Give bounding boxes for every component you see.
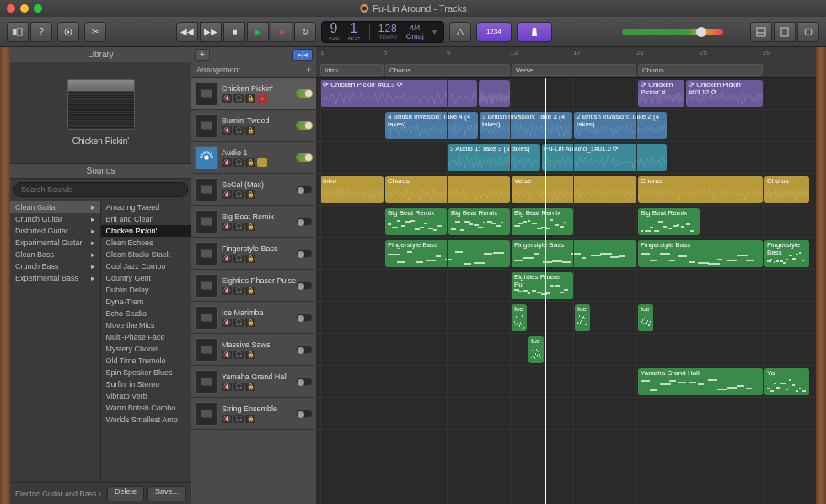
minimize-window[interactable] (20, 4, 29, 13)
mute-button[interactable]: 🔇 (222, 255, 232, 263)
region[interactable]: Fingerstyle Bass (638, 240, 763, 267)
track-enable-toggle[interactable] (296, 217, 313, 226)
mute-button[interactable]: 🔇 (222, 190, 232, 199)
loops-toggle[interactable] (797, 22, 819, 42)
rewind-button[interactable]: ◀◀ (176, 22, 198, 42)
patch-item[interactable]: Worlds Smallest Amp (101, 414, 192, 426)
region[interactable]: 3 British Invasion: Take 3 (4 takes) (480, 112, 572, 139)
mute-button[interactable]: 🔇 (222, 383, 232, 391)
add-arrangement-marker[interactable]: + (307, 66, 311, 74)
patch-item[interactable]: Cool Jazz Combo (101, 260, 192, 272)
solo-button[interactable]: 🎧 (233, 255, 244, 263)
track-lane[interactable]: ⟳ Chicken Pickin' #03.3 ⟳⟳ Chicken Picki… (316, 78, 816, 110)
track-lane[interactable]: Big Beat RemixBig Beat RemixBig Beat Rem… (316, 206, 816, 238)
track-header[interactable]: Big Beat Remix 🔇 🎧 🔒 (191, 206, 316, 238)
lock-button[interactable]: 🔒 (245, 351, 255, 359)
track-header[interactable]: Burnin' Tweed 🔇 🎧 🔒 (191, 110, 316, 142)
region[interactable]: Eighties Phaser Pul (512, 272, 573, 299)
patch-item[interactable]: Mystery Chorus (101, 343, 192, 355)
region[interactable]: Fingerstyle Bass (385, 240, 510, 267)
track-lane[interactable]: IceIceIce (316, 302, 816, 334)
track-enable-toggle[interactable] (296, 281, 313, 290)
patch-item[interactable]: Chicken Pickin' (101, 225, 192, 237)
track-lane[interactable]: 4 British Invasion: Take 4 (4 takes)3 Br… (316, 110, 816, 142)
close-window[interactable] (7, 4, 15, 13)
region[interactable]: 2 British Invasion: Take 2 (4 takes) (574, 112, 667, 139)
delete-button[interactable]: Delete (107, 486, 144, 501)
arm-button[interactable]: ● (257, 94, 267, 103)
solo-button[interactable]: 🎧 (233, 158, 244, 167)
region[interactable]: ⟳ Chicken Pickin' # (638, 80, 684, 107)
quick-help[interactable]: ? (30, 22, 52, 42)
track-enable-toggle[interactable] (296, 153, 313, 162)
region[interactable]: Ice (528, 336, 544, 363)
region[interactable]: Fu-Lin Around_1#01.2 ⟳ (542, 144, 667, 171)
category-item[interactable]: Experimental Bass▸ (10, 272, 100, 284)
solo-button[interactable]: 🎧 (233, 126, 244, 135)
mute-button[interactable]: 🔇 (222, 351, 232, 359)
region[interactable]: Ice (575, 304, 590, 331)
track-header[interactable]: Eighties Phaser Pulse 🔇 🎧 🔒 (191, 270, 316, 302)
scissors-button[interactable]: ✂ (84, 22, 106, 42)
solo-button[interactable]: 🎧 (233, 415, 244, 423)
lcd-display[interactable]: 9BAR 1BEAT 128TEMPO 4/4Cmaj ▾ (321, 21, 444, 43)
mute-button[interactable]: 🔇 (222, 126, 232, 135)
patch-item[interactable]: Warm British Combo (101, 402, 192, 414)
arrangement-row[interactable]: IntroChorusVerseChorus (316, 62, 816, 78)
solo-button[interactable]: 🎧 (233, 223, 244, 231)
mute-button[interactable]: 🔇 (222, 319, 232, 327)
lock-button[interactable]: 🔒 (245, 223, 255, 231)
patch-list[interactable]: Amazing TweedBrit and CleanChicken Picki… (101, 201, 192, 482)
breadcrumb[interactable]: Electric Guitar and Bass › (15, 490, 104, 498)
region[interactable]: ⟳ Chicken Pickin' #03.3 ⟳ (320, 80, 477, 107)
solo-button[interactable]: 🎧 (233, 383, 244, 391)
patch-item[interactable]: Old Time Tremolo (101, 355, 192, 367)
input-monitor[interactable]: ● (257, 158, 267, 167)
track-header[interactable]: String Ensemble 🔇 🎧 🔒 (191, 398, 316, 430)
solo-button[interactable]: 🎧 (233, 351, 244, 359)
track-lane[interactable]: 3 Audio 1: Take 3 (3 takes)Fu-Lin Around… (316, 142, 816, 174)
count-in-button[interactable]: 1234 (476, 22, 512, 42)
lock-button[interactable]: 🔒 (245, 255, 255, 263)
master-volume[interactable] (622, 29, 723, 35)
category-item[interactable]: Crunch Guitar▸ (10, 213, 100, 225)
region[interactable]: Fingerstyle Bass (764, 240, 809, 267)
region[interactable]: Big Beat Remix (385, 208, 447, 235)
patch-item[interactable]: Brit and Clean (101, 213, 192, 225)
track-enable-toggle[interactable] (296, 410, 313, 418)
track-enable-toggle[interactable] (296, 314, 313, 322)
region[interactable]: Ice (512, 304, 527, 331)
solo-button[interactable]: 🎧 (233, 190, 244, 199)
patch-item[interactable]: Amazing Tweed (101, 201, 192, 213)
patch-item[interactable]: Country Gent (101, 272, 192, 284)
category-list[interactable]: Clean Guitar▸Crunch Guitar▸Distorted Gui… (10, 201, 101, 482)
search-input[interactable] (13, 182, 188, 197)
lock-button[interactable]: 🔒 (245, 126, 255, 135)
forward-button[interactable]: ▶▶ (200, 22, 222, 42)
region[interactable]: Big Beat Remix (512, 208, 573, 235)
patch-item[interactable]: Clean Echoes (101, 237, 192, 249)
track-lane[interactable]: Yamaha Grand HallYa (316, 366, 816, 398)
track-enable-toggle[interactable] (296, 249, 313, 258)
add-track-button[interactable]: + (195, 49, 210, 61)
lock-button[interactable]: 🔒 (245, 415, 255, 423)
patch-item[interactable]: Dyna-Trem (101, 296, 192, 308)
category-item[interactable]: Clean Guitar▸ (10, 201, 100, 213)
region[interactable]: Intro (320, 176, 384, 203)
ruler[interactable]: 1591317212529 (316, 47, 816, 62)
track-header[interactable]: Fingerstyle Bass 🔇 🎧 🔒 (191, 238, 316, 270)
track-header[interactable]: Chicken Pickin' 🔇 🎧 🔒 ● (191, 78, 316, 110)
solo-button[interactable]: 🎧 (233, 287, 244, 295)
record-button[interactable]: ● (271, 22, 292, 42)
patch-item[interactable]: Echo Studio (101, 308, 192, 319)
category-item[interactable]: Experimental Guitar▸ (10, 237, 100, 249)
track-header[interactable]: Audio 1 🔇 🎧 🔒 ● (191, 142, 316, 174)
region[interactable]: Chorus (638, 176, 763, 203)
editor-toggle[interactable] (750, 22, 772, 42)
track-header[interactable]: Ice Marimba 🔇 🎧 🔒 (191, 302, 316, 334)
patch-item[interactable]: Multi-Phase Face (101, 331, 192, 343)
region[interactable]: Fingerstyle Bass (512, 240, 636, 267)
category-item[interactable]: Crunch Bass▸ (10, 260, 100, 272)
lock-button[interactable]: 🔒 (245, 190, 255, 199)
region[interactable]: ⟳ Chicken Pickin' #03.12 ⟳ (686, 80, 763, 107)
